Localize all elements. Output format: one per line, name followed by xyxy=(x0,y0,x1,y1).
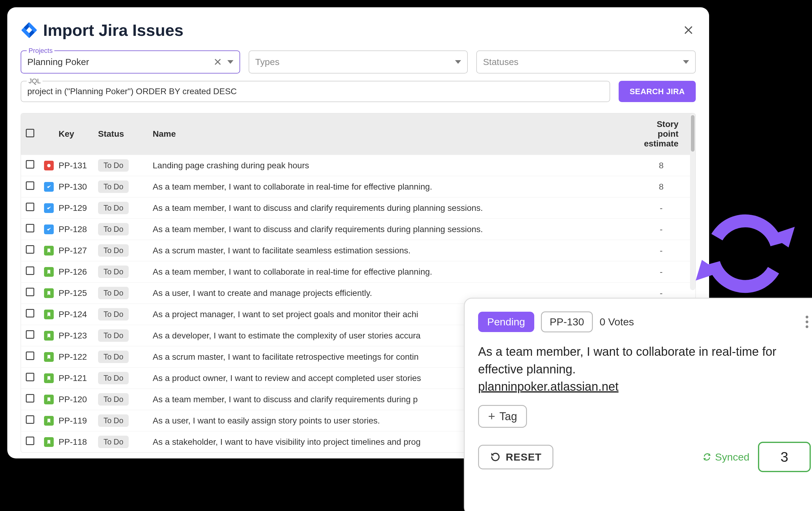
row-checkbox[interactable] xyxy=(26,245,34,254)
row-checkbox[interactable] xyxy=(26,309,34,318)
filter-row: Projects Planning Poker ✕ Types Statuses xyxy=(21,50,696,74)
issue-name: As a scrum master, I want to facilitate … xyxy=(148,240,639,261)
issue-key[interactable]: PP-125 xyxy=(59,288,87,298)
projects-select[interactable]: Projects Planning Poker ✕ xyxy=(21,50,240,74)
jql-label: JQL xyxy=(27,77,42,85)
row-checkbox[interactable] xyxy=(26,373,34,381)
table-row[interactable]: PP-127To DoAs a scrum master, I want to … xyxy=(21,240,695,261)
statuses-select[interactable]: Statuses xyxy=(476,50,696,74)
plus-icon: + xyxy=(488,409,495,423)
vote-count: 0 Votes xyxy=(600,316,634,328)
status-pill: To Do xyxy=(98,287,129,299)
kebab-dot-icon xyxy=(806,321,808,323)
story-points: - xyxy=(639,197,695,219)
reset-button[interactable]: RESET xyxy=(478,445,553,469)
add-tag-button[interactable]: + Tag xyxy=(478,405,527,428)
issue-key[interactable]: PP-130 xyxy=(59,182,87,191)
issue-name: Landing page crashing during peak hours xyxy=(148,155,639,176)
card-bottom-row: RESET Synced 3 xyxy=(478,442,811,472)
status-pill: To Do xyxy=(98,308,129,321)
jql-row: JQL project in ("Planning Poker") ORDER … xyxy=(21,81,696,102)
scrollbar-thumb[interactable] xyxy=(691,115,695,152)
chevron-down-icon[interactable] xyxy=(227,60,233,64)
sync-small-icon xyxy=(702,452,712,461)
story-icon xyxy=(44,373,54,383)
row-checkbox[interactable] xyxy=(26,351,34,360)
chevron-down-icon[interactable] xyxy=(455,60,461,64)
issue-name: As a team member, I want to collaborate … xyxy=(148,176,639,197)
row-checkbox[interactable] xyxy=(26,330,34,339)
table-row[interactable]: PP-129To DoAs a team member, I want to d… xyxy=(21,197,695,219)
card-title: As a team member, I want to collaborate … xyxy=(478,343,811,378)
row-checkbox[interactable] xyxy=(26,181,34,190)
projects-label: Projects xyxy=(27,47,54,55)
issue-key[interactable]: PP-126 xyxy=(59,267,87,276)
statuses-placeholder: Statuses xyxy=(483,57,683,67)
search-jira-button[interactable]: SEARCH JIRA xyxy=(619,81,696,102)
score-box[interactable]: 3 xyxy=(758,442,811,472)
story-points: 8 xyxy=(639,155,695,176)
issue-key[interactable]: PP-121 xyxy=(59,373,87,383)
modal-header: Import Jira Issues xyxy=(21,21,696,39)
jql-input[interactable]: JQL project in ("Planning Poker") ORDER … xyxy=(21,81,610,102)
issue-name: As a team member, I want to discuss and … xyxy=(148,197,639,219)
row-checkbox[interactable] xyxy=(26,224,34,233)
table-row[interactable]: PP-128To DoAs a team member, I want to d… xyxy=(21,219,695,240)
issue-key[interactable]: PP-127 xyxy=(59,246,87,255)
row-checkbox[interactable] xyxy=(26,203,34,211)
status-badge: Pending xyxy=(478,312,534,332)
sync-icon xyxy=(694,202,797,305)
table-row[interactable]: PP-130To DoAs a team member, I want to c… xyxy=(21,176,695,197)
row-checkbox[interactable] xyxy=(26,415,34,424)
status-pill: To Do xyxy=(98,159,129,172)
task-icon xyxy=(44,203,54,213)
kebab-dot-icon xyxy=(806,325,808,328)
issue-name: As a team member, I want to collaborate … xyxy=(148,261,639,283)
chevron-down-icon[interactable] xyxy=(683,60,689,64)
close-icon xyxy=(683,25,694,35)
row-checkbox[interactable] xyxy=(26,266,34,275)
table-row[interactable]: PP-131To DoLanding page crashing during … xyxy=(21,155,695,176)
status-pill: To Do xyxy=(98,414,129,427)
card-link[interactable]: planninpoker.atlassian.net xyxy=(478,380,811,394)
issue-key[interactable]: PP-131 xyxy=(59,161,87,170)
types-placeholder: Types xyxy=(255,57,455,67)
story-icon xyxy=(44,437,54,447)
clear-projects-icon[interactable]: ✕ xyxy=(213,56,222,68)
tag-label: Tag xyxy=(499,410,517,423)
row-checkbox[interactable] xyxy=(26,394,34,403)
issue-key[interactable]: PP-118 xyxy=(59,437,87,447)
card-menu-button[interactable] xyxy=(803,313,811,330)
issue-key[interactable]: PP-123 xyxy=(59,331,87,340)
issue-key-badge[interactable]: PP-130 xyxy=(541,312,593,332)
types-select[interactable]: Types xyxy=(249,50,468,74)
reset-icon xyxy=(490,452,501,462)
synced-indicator: Synced xyxy=(702,451,750,463)
issue-key[interactable]: PP-124 xyxy=(59,310,87,319)
issue-key[interactable]: PP-122 xyxy=(59,352,87,361)
bug-icon xyxy=(44,161,54,170)
row-checkbox[interactable] xyxy=(26,436,34,445)
story-icon xyxy=(44,267,54,277)
col-status: Status xyxy=(93,113,148,155)
status-pill: To Do xyxy=(98,181,129,193)
jira-logo-icon xyxy=(21,22,38,38)
issue-key[interactable]: PP-129 xyxy=(59,203,87,213)
story-icon xyxy=(44,416,54,426)
issue-key[interactable]: PP-128 xyxy=(59,224,87,234)
row-checkbox[interactable] xyxy=(26,160,34,169)
projects-value: Planning Poker xyxy=(27,57,213,67)
row-checkbox[interactable] xyxy=(26,288,34,296)
status-pill: To Do xyxy=(98,266,129,278)
story-points: - xyxy=(639,261,695,283)
synced-label: Synced xyxy=(715,451,750,463)
select-all-checkbox[interactable] xyxy=(26,129,34,137)
table-row[interactable]: PP-126To DoAs a team member, I want to c… xyxy=(21,261,695,283)
story-icon xyxy=(44,310,54,319)
story-points: - xyxy=(639,240,695,261)
reset-label: RESET xyxy=(506,451,542,463)
story-card: Pending PP-130 0 Votes As a team member,… xyxy=(464,298,812,511)
close-button[interactable] xyxy=(681,23,696,37)
issue-key[interactable]: PP-119 xyxy=(59,416,87,425)
issue-key[interactable]: PP-120 xyxy=(59,395,87,404)
